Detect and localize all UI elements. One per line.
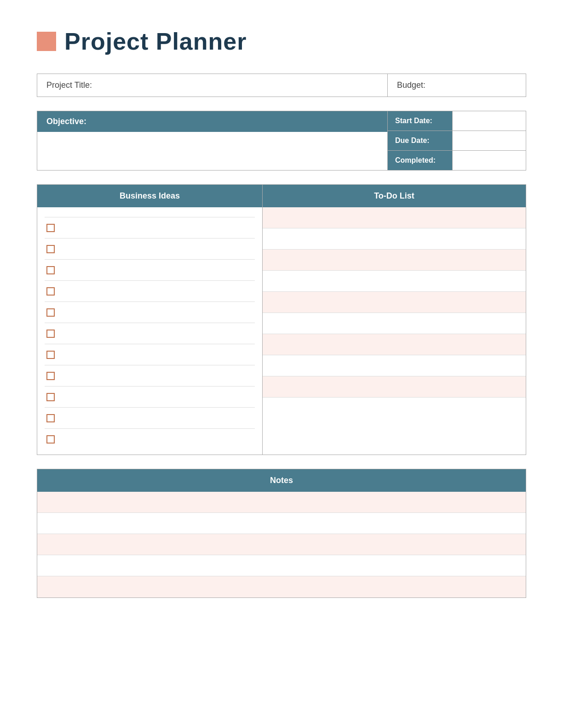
project-title-field[interactable]: Project Title:	[37, 74, 388, 97]
due-date-label: Due Date:	[388, 131, 452, 150]
start-date-label: Start Date:	[388, 111, 452, 131]
project-title-label: Project Title:	[46, 80, 92, 90]
list-item[interactable]	[263, 313, 526, 334]
checkbox-icon[interactable]	[46, 224, 55, 232]
list-item[interactable]	[45, 408, 255, 429]
title-budget-row: Project Title: Budget:	[37, 74, 526, 97]
list-item[interactable]	[263, 250, 526, 271]
list-item[interactable]	[45, 239, 255, 260]
notes-header: Notes	[37, 469, 526, 492]
budget-label: Budget:	[397, 80, 425, 90]
checkbox-icon[interactable]	[46, 245, 55, 253]
checkbox-icon[interactable]	[46, 372, 55, 380]
completed-label: Completed:	[388, 151, 452, 170]
todo-list	[263, 207, 526, 455]
list-item[interactable]	[263, 334, 526, 355]
objective-body[interactable]	[37, 132, 387, 170]
budget-field[interactable]: Budget:	[388, 74, 526, 97]
list-item[interactable]	[45, 365, 255, 387]
todo-header: To-Do List	[263, 185, 526, 207]
list-item[interactable]	[45, 323, 255, 344]
list-item[interactable]	[263, 207, 526, 228]
list-item[interactable]	[263, 376, 526, 398]
checkbox-icon[interactable]	[46, 435, 55, 444]
completed-value[interactable]	[452, 151, 526, 170]
checkbox-icon[interactable]	[46, 287, 55, 296]
page-title: Project Planner	[64, 28, 247, 55]
list-item[interactable]	[45, 387, 255, 408]
checkbox-icon[interactable]	[46, 266, 55, 274]
ideas-todo-section: Business Ideas	[37, 184, 526, 455]
todo-column: To-Do List	[263, 185, 526, 455]
business-ideas-column: Business Ideas	[37, 185, 263, 455]
list-item[interactable]	[263, 292, 526, 313]
due-date-row: Due Date:	[388, 131, 526, 151]
list-item[interactable]	[45, 429, 255, 450]
business-ideas-list	[37, 207, 262, 455]
list-item[interactable]	[45, 302, 255, 323]
notes-line[interactable]	[37, 492, 526, 513]
checkbox-icon[interactable]	[46, 308, 55, 317]
completed-row: Completed:	[388, 151, 526, 170]
notes-lines	[37, 492, 526, 597]
list-item[interactable]	[45, 344, 255, 365]
objective-left: Objective:	[37, 111, 388, 170]
objective-label: Objective:	[46, 117, 86, 126]
notes-line[interactable]	[37, 576, 526, 597]
list-item[interactable]	[45, 281, 255, 302]
checkbox-icon[interactable]	[46, 351, 55, 359]
objective-right: Start Date: Due Date: Completed:	[388, 111, 526, 170]
accent-decoration	[37, 32, 56, 51]
checkbox-icon[interactable]	[46, 330, 55, 338]
list-item[interactable]	[45, 260, 255, 281]
due-date-value[interactable]	[452, 131, 526, 150]
list-item[interactable]	[263, 271, 526, 292]
list-item[interactable]	[263, 355, 526, 376]
business-ideas-header: Business Ideas	[37, 185, 262, 207]
notes-line[interactable]	[37, 513, 526, 534]
list-item[interactable]	[263, 228, 526, 250]
checkbox-icon[interactable]	[46, 393, 55, 401]
list-item[interactable]	[263, 398, 526, 419]
notes-line[interactable]	[37, 555, 526, 576]
checkbox-icon[interactable]	[46, 414, 55, 422]
notes-line[interactable]	[37, 534, 526, 555]
objective-section: Objective: Start Date: Due Date: Complet…	[37, 111, 526, 171]
ideas-top-space	[45, 212, 255, 217]
notes-section: Notes	[37, 469, 526, 598]
page-header: Project Planner	[37, 28, 526, 55]
objective-header: Objective:	[37, 111, 387, 132]
start-date-value[interactable]	[452, 111, 526, 131]
start-date-row: Start Date:	[388, 111, 526, 131]
list-item[interactable]	[45, 217, 255, 239]
